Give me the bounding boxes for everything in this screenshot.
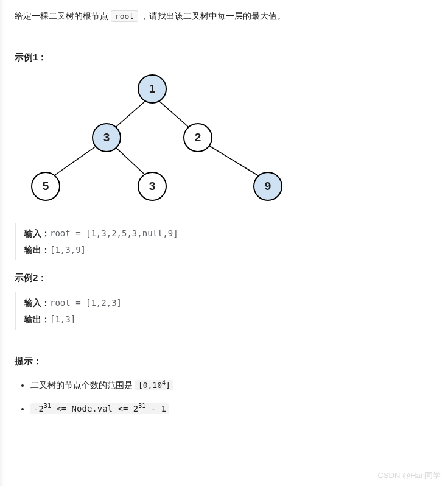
example2-block: 输入：root = [1,2,3] 输出：[1,3]	[15, 292, 433, 329]
example1-input-row: 输入：root = [1,3,2,5,3,null,9]	[24, 225, 425, 242]
hint1-text: 二叉树的节点个数的范围是	[30, 380, 135, 390]
hints-title: 提示：	[15, 356, 433, 367]
hint2-range: -231 <= Node.val <= 231 - 1	[30, 403, 169, 414]
ex2-input-label: 输入：	[24, 298, 50, 308]
ex1-input-value: root = [1,3,2,5,3,null,9]	[50, 228, 178, 238]
hints-list: 二叉树的节点个数的范围是 [0,104] -231 <= Node.val <=…	[15, 378, 433, 415]
tree-node-2: 2	[183, 123, 212, 152]
tree-node-1: 1	[138, 74, 167, 104]
example1-output-row: 输出：[1,3,9]	[24, 242, 425, 258]
ex2-input-value: root = [1,2,3]	[50, 298, 122, 308]
binary-tree-diagram: 1 3 2 5 3 9	[15, 72, 282, 212]
ex2-output-value: [1,3]	[50, 314, 75, 324]
tree-node-5: 5	[31, 172, 60, 201]
desc-text-2: ，请找出该二叉树中每一层的最大值。	[138, 11, 285, 21]
ex1-output-label: 输出：	[24, 245, 50, 255]
example2-title: 示例2：	[15, 272, 433, 284]
problem-description: 给定一棵二叉树的根节点 root ，请找出该二叉树中每一层的最大值。	[15, 9, 433, 24]
ex1-output-value: [1,3,9]	[50, 245, 86, 255]
example1-title: 示例1：	[15, 52, 433, 63]
hint-2: -231 <= Node.val <= 231 - 1	[30, 401, 433, 415]
hint-1: 二叉树的节点个数的范围是 [0,104]	[30, 378, 433, 392]
desc-text-1: 给定一棵二叉树的根节点	[15, 11, 111, 21]
tree-node-9: 9	[253, 172, 282, 201]
root-code: root	[111, 10, 138, 22]
ex2-output-label: 输出：	[24, 314, 50, 324]
hint1-range: [0,104]	[135, 380, 173, 390]
example2-input-row: 输入：root = [1,2,3]	[24, 295, 425, 311]
ex1-input-label: 输入：	[24, 228, 50, 238]
tree-node-3a: 3	[92, 123, 121, 152]
example2-output-row: 输出：[1,3]	[24, 311, 425, 328]
example1-block: 输入：root = [1,3,2,5,3,null,9] 输出：[1,3,9]	[15, 223, 433, 260]
tree-node-3b: 3	[138, 172, 167, 201]
watermark: CSDN @Han同学	[378, 470, 441, 481]
